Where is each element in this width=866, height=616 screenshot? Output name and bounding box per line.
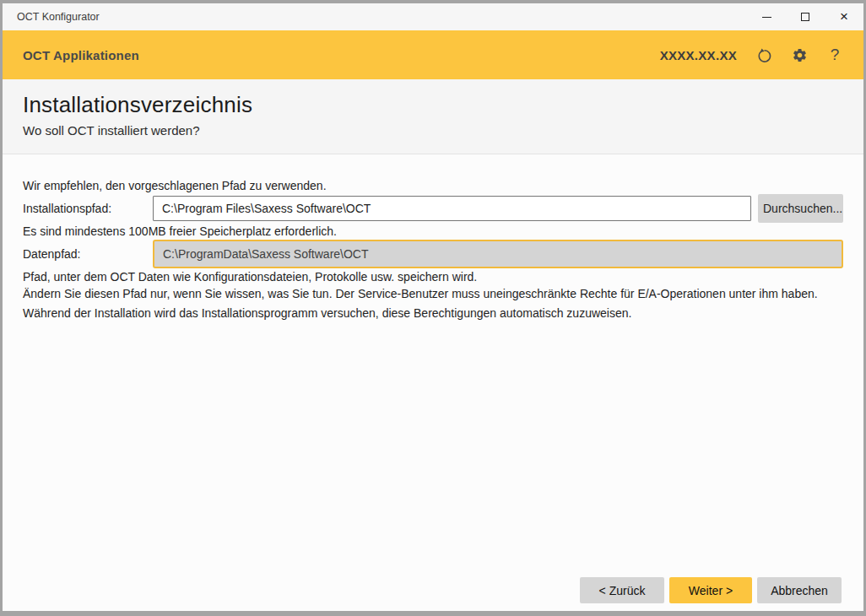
browse-button[interactable]: Durchsuchen...	[758, 194, 843, 223]
app-title: OCT Applikationen	[23, 48, 139, 62]
app-header: OCT Applikationen XXXX.XX.XX ?	[3, 30, 863, 79]
close-icon: ×	[840, 9, 848, 24]
content-area: Wir empfehlen, den vorgeschlagenen Pfad …	[3, 154, 863, 577]
maximize-icon	[801, 13, 809, 21]
install-path-label: Installationspfad:	[23, 200, 153, 217]
minimize-icon	[762, 17, 771, 18]
header-actions: XXXX.XX.XX ?	[660, 46, 843, 63]
settings-gear-icon[interactable]	[791, 46, 808, 63]
refresh-icon[interactable]	[755, 46, 772, 63]
help-icon[interactable]: ?	[826, 46, 843, 63]
warning-line-1: Ändern Sie diesen Pfad nur, wenn Sie wis…	[23, 285, 843, 302]
help-glyph: ?	[831, 46, 840, 64]
intro-text: Wir empfehlen, den vorgeschlagenen Pfad …	[23, 177, 843, 194]
page-subtitle: Wo soll OCT installiert werden?	[23, 123, 843, 138]
disk-space-note: Es sind mindestens 100MB freier Speicher…	[23, 223, 843, 240]
next-button[interactable]: Weiter >	[669, 577, 752, 603]
window-controls: ×	[747, 3, 863, 30]
install-path-input[interactable]	[153, 196, 751, 221]
warning-line-2: Während der Installation wird das Instal…	[23, 305, 843, 322]
minimize-button[interactable]	[747, 3, 786, 30]
data-path-label: Datenpfad:	[23, 246, 153, 262]
close-button[interactable]: ×	[825, 3, 863, 30]
version-label: XXXX.XX.XX	[660, 48, 737, 62]
maximize-button[interactable]	[786, 3, 825, 30]
page-header: Installationsverzeichnis Wo soll OCT ins…	[3, 79, 863, 154]
cancel-button[interactable]: Abbrechen	[757, 577, 842, 603]
page-title: Installationsverzeichnis	[23, 92, 843, 118]
window-title: OCT Konfigurator	[3, 3, 747, 30]
warning-text: Ändern Sie diesen Pfad nur, wenn Sie wis…	[23, 285, 843, 322]
wizard-footer: < Zurück Weiter > Abbrechen	[3, 577, 863, 611]
app-window: OCT Konfigurator × OCT Applikationen XXX…	[0, 0, 866, 616]
install-path-row: Installationspfad: Durchsuchen...	[23, 194, 843, 223]
data-path-input[interactable]	[153, 240, 843, 268]
titlebar: OCT Konfigurator ×	[3, 3, 863, 30]
data-path-row: Datenpfad:	[23, 240, 843, 268]
back-button[interactable]: < Zurück	[580, 577, 664, 603]
data-path-note: Pfad, unter dem OCT Daten wie Konfigurat…	[23, 268, 843, 285]
